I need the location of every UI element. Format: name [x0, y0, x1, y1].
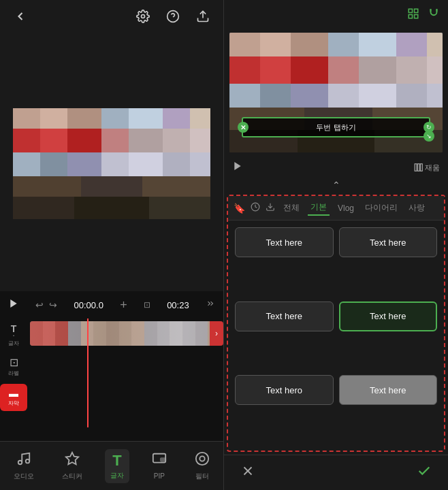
svg-rect-66 [291, 84, 328, 108]
svg-point-36 [26, 459, 30, 463]
svg-rect-15 [67, 129, 101, 152]
total-time: 00:23 [167, 300, 189, 310]
export-button[interactable] [193, 7, 212, 29]
svg-rect-61 [359, 56, 396, 84]
svg-rect-22 [67, 152, 101, 176]
bottom-action-bar [224, 455, 448, 490]
svg-rect-63 [427, 56, 443, 84]
sticker-icon [65, 451, 80, 470]
redo-button[interactable]: ↪ [49, 299, 57, 310]
text-tool[interactable]: T 글자 [105, 449, 129, 483]
right-top-icons [224, 0, 448, 30]
confirm-button[interactable] [417, 463, 432, 482]
style-card-6-text: Text here [370, 385, 406, 395]
svg-point-35 [18, 460, 22, 464]
svg-rect-51 [260, 33, 291, 56]
svg-rect-58 [260, 56, 291, 84]
svg-rect-11 [163, 108, 190, 129]
chevron-up-icon: ⌃ [332, 180, 340, 191]
svg-rect-30 [142, 176, 210, 197]
svg-rect-39 [161, 458, 165, 461]
cancel-button[interactable] [240, 463, 255, 482]
svg-rect-8 [67, 108, 101, 129]
right-video-preview: ✕ 두번 탭하기 ↻ ↘ [229, 33, 443, 152]
label-tool-label: 라벨 [8, 370, 19, 377]
layer-button[interactable]: 재움 [414, 163, 440, 173]
svg-rect-81 [420, 164, 422, 172]
label-tool-side[interactable]: ⊡ 라벨 [0, 353, 27, 380]
filter-tool[interactable]: 필터 [189, 448, 215, 484]
text-label: 글자 [110, 471, 124, 480]
grid-button[interactable] [407, 5, 419, 24]
style-card-1[interactable]: Text here [235, 227, 334, 257]
svg-marker-37 [66, 452, 78, 463]
download-tab-icon[interactable] [266, 202, 275, 214]
svg-rect-13 [13, 129, 40, 152]
svg-rect-50 [229, 33, 260, 56]
add-clip-button[interactable]: + [120, 298, 127, 312]
svg-marker-34 [10, 299, 16, 308]
svg-rect-59 [291, 56, 328, 84]
video-overlay-text: 두번 탭하기 [316, 122, 355, 133]
styles-grid: Text here Text here Text here Text here … [228, 220, 444, 451]
left-video-preview [13, 108, 210, 219]
caption-tool-side[interactable]: ▬ 자막 [0, 384, 27, 411]
bookmark-tab-icon[interactable]: 🔖 [234, 203, 245, 214]
svg-rect-18 [163, 129, 190, 152]
audio-icon [16, 451, 31, 470]
audio-label: 오디오 [14, 472, 34, 481]
undo-button[interactable]: ↩ [35, 299, 44, 310]
svg-rect-62 [396, 56, 427, 84]
svg-rect-43 [415, 9, 418, 12]
style-card-5[interactable]: Text hero [235, 375, 334, 405]
recent-tab-icon[interactable] [251, 202, 260, 214]
format-button[interactable]: ⊡ [144, 300, 150, 310]
svg-rect-32 [74, 197, 149, 219]
text-icon: T [112, 452, 121, 470]
text-tool-side[interactable]: T • 글자 [0, 321, 27, 348]
text-tool-label: 글자 [8, 340, 19, 347]
settings-button[interactable] [133, 7, 153, 29]
caption-tool-label: 자막 [8, 399, 19, 407]
left-header [0, 0, 223, 35]
audio-tool[interactable]: 오디오 [8, 448, 39, 484]
style-card-4[interactable]: Text here [339, 301, 438, 331]
tab-vlog[interactable]: Vlog [335, 202, 357, 214]
svg-rect-21 [40, 152, 67, 176]
svg-point-41 [199, 456, 204, 461]
svg-rect-45 [409, 14, 412, 18]
play-button[interactable] [8, 298, 19, 312]
style-card-2-text: Text here [370, 238, 406, 248]
back-button[interactable] [11, 7, 30, 29]
style-card-3[interactable]: Text here [235, 301, 334, 331]
svg-rect-44 [415, 14, 418, 18]
svg-rect-28 [13, 176, 81, 197]
pip-tool[interactable]: PIP [146, 449, 172, 483]
text-styles-panel: 🔖 전체 기본 Vlog 다이어리 사랑 [227, 195, 445, 452]
svg-rect-60 [328, 56, 359, 84]
svg-rect-17 [129, 129, 163, 152]
style-card-2[interactable]: Text here [339, 227, 438, 257]
left-panel: ↩ ↪ 00:00.0 + ⊡ 00:23 T • 글자 [0, 0, 224, 490]
svg-rect-42 [409, 9, 412, 12]
style-card-6[interactable]: Text here [339, 375, 438, 405]
svg-rect-80 [417, 164, 419, 172]
tab-diary[interactable]: 다이어리 [362, 201, 400, 215]
svg-marker-78 [234, 162, 240, 170]
help-button[interactable] [163, 7, 182, 29]
timeline-end-button[interactable] [206, 299, 215, 311]
magnet-button[interactable] [428, 5, 440, 24]
right-play-button[interactable] [232, 161, 243, 174]
style-card-1-text: Text here [266, 238, 302, 248]
right-playback-row: 재움 [224, 155, 448, 180]
svg-rect-65 [260, 84, 291, 108]
tab-basic[interactable]: 기본 [308, 200, 330, 216]
sticker-tool[interactable]: 스티커 [57, 448, 88, 484]
svg-rect-12 [190, 108, 210, 129]
pip-label: PIP [154, 472, 165, 480]
svg-rect-25 [163, 152, 190, 176]
tab-love[interactable]: 사랑 [406, 201, 428, 215]
tab-all[interactable]: 전체 [281, 201, 302, 215]
current-time: 00:00.0 [74, 300, 103, 310]
svg-rect-68 [359, 84, 396, 108]
